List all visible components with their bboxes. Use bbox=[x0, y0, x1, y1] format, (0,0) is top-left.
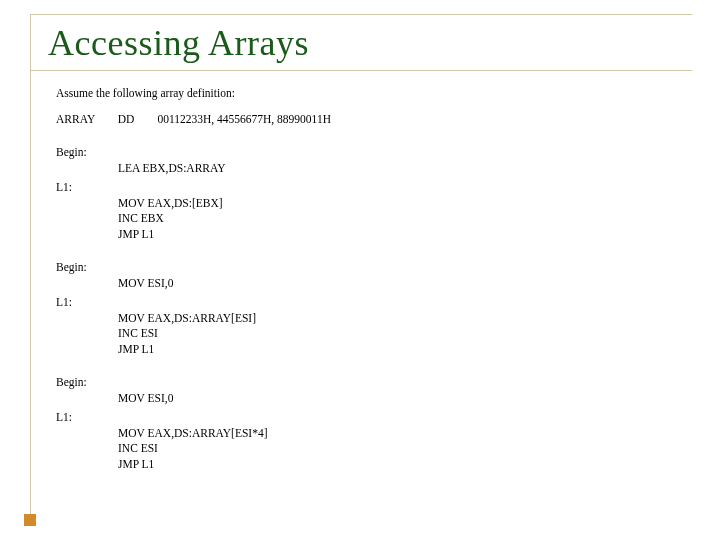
slide-body: Assume the following array definition: A… bbox=[56, 86, 680, 490]
instr: JMP L1 bbox=[56, 227, 680, 243]
instr: INC ESI bbox=[56, 326, 680, 342]
instr: JMP L1 bbox=[56, 342, 680, 358]
slide-title: Accessing Arrays bbox=[48, 22, 309, 64]
intro-text: Assume the following array definition: bbox=[56, 86, 680, 102]
label-l1: L1: bbox=[56, 295, 680, 311]
decor-corner-square bbox=[24, 514, 36, 526]
instr: MOV EAX,DS:ARRAY[ESI*4] bbox=[56, 426, 680, 442]
instr: LEA EBX,DS:ARRAY bbox=[56, 161, 680, 177]
code-block: Begin: MOV ESI,0 L1: MOV EAX,DS:ARRAY[ES… bbox=[56, 260, 680, 357]
label-begin: Begin: bbox=[56, 375, 680, 391]
instr: MOV EAX,DS:ARRAY[ESI] bbox=[56, 311, 680, 327]
label-begin: Begin: bbox=[56, 145, 680, 161]
instr: INC ESI bbox=[56, 441, 680, 457]
decor-title-underline bbox=[30, 70, 692, 71]
array-definition: ARRAY DD 00112233H, 44556677H, 88990011H bbox=[56, 112, 680, 128]
decor-top-rule bbox=[30, 14, 692, 15]
instr: INC EBX bbox=[56, 211, 680, 227]
label-l1: L1: bbox=[56, 180, 680, 196]
slide: Accessing Arrays Assume the following ar… bbox=[0, 0, 720, 540]
instr: MOV ESI,0 bbox=[56, 276, 680, 292]
label-l1: L1: bbox=[56, 410, 680, 426]
decor-left-rule bbox=[30, 14, 31, 520]
instr: JMP L1 bbox=[56, 457, 680, 473]
code-block: Begin: LEA EBX,DS:ARRAY L1: MOV EAX,DS:[… bbox=[56, 145, 680, 242]
label-begin: Begin: bbox=[56, 260, 680, 276]
instr: MOV EAX,DS:[EBX] bbox=[56, 196, 680, 212]
instr: MOV ESI,0 bbox=[56, 391, 680, 407]
code-block: Begin: MOV ESI,0 L1: MOV EAX,DS:ARRAY[ES… bbox=[56, 375, 680, 472]
